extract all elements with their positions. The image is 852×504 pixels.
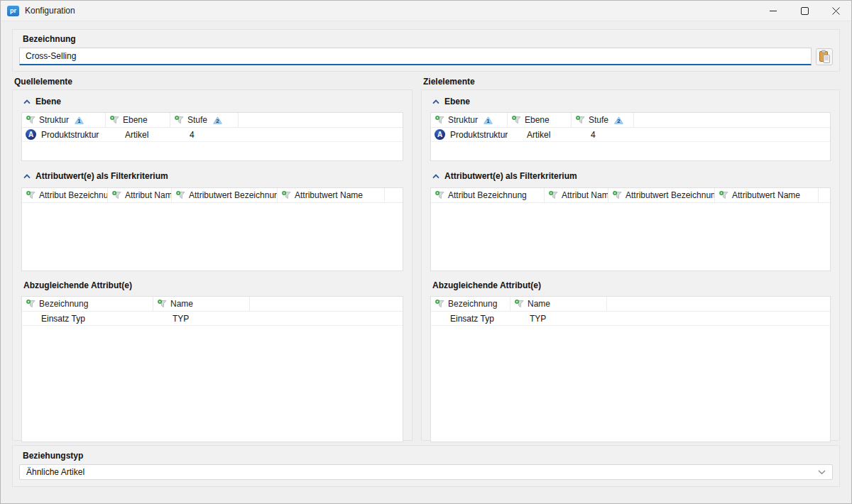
cell-stufe: 4: [572, 128, 634, 141]
clipboard-icon: [817, 50, 831, 64]
column-header-filler: [385, 188, 403, 202]
table-row[interactable]: A Produktstruktur Artikel 4: [431, 128, 830, 142]
filter-icon[interactable]: [512, 116, 521, 124]
column-header-name[interactable]: Name: [153, 297, 250, 311]
cell-bezeichnung: Einsatz Typ: [22, 312, 153, 325]
target-match-table: Bezeichnung Name Einsatz Typ TYP: [430, 296, 831, 442]
table-row[interactable]: Einsatz Typ TYP: [431, 312, 830, 326]
svg-text:1: 1: [486, 118, 490, 124]
filter-icon[interactable]: [112, 191, 121, 199]
column-header-struktur[interactable]: Struktur 1: [22, 113, 106, 127]
column-header-attribut-name[interactable]: Attribut Name: [545, 188, 608, 202]
column-header-stufe[interactable]: Stufe 2: [170, 113, 239, 127]
section-title: Ebene: [36, 97, 61, 106]
cell-struktur: A Produktstruktur: [22, 128, 106, 141]
column-header-filler: [239, 113, 403, 127]
column-header-ebene[interactable]: Ebene: [106, 113, 170, 127]
filter-icon[interactable]: [26, 300, 36, 308]
filter-icon[interactable]: [515, 300, 524, 308]
beziehungstyp-select[interactable]: Ähnliche Artikel: [19, 464, 833, 480]
cell-bezeichnung: Einsatz Typ: [431, 312, 510, 325]
column-header-filler: [819, 188, 830, 202]
target-filter-table: Attribut Bezeichnung Attribut Name Attri…: [430, 187, 831, 271]
chevron-down-icon: [818, 470, 826, 475]
column-header-attributwert-bezeichnung[interactable]: Attributwert Bezeichnung: [608, 188, 715, 202]
column-header-attributwert-name[interactable]: Attributwert Name: [715, 188, 819, 202]
titlebar[interactable]: pr Konfiguration: [1, 1, 851, 21]
target-match-attributes-label: Abzugleichende Attribut(e): [432, 280, 831, 290]
column-header-stufe[interactable]: Stufe 2: [572, 113, 634, 127]
column-header-bezeichnung[interactable]: Bezeichnung: [22, 297, 153, 311]
target-elements-column: Zielelemente Ebene Struktur 1: [421, 75, 840, 441]
column-header-bezeichnung[interactable]: Bezeichnung: [431, 297, 510, 311]
target-ebene-table: Struktur 1 Ebene Stufe: [430, 112, 831, 161]
minimize-button[interactable]: [758, 1, 789, 21]
filter-icon[interactable]: [175, 116, 184, 124]
filter-icon[interactable]: [435, 191, 444, 199]
close-icon: [832, 7, 840, 15]
minimize-icon: [770, 7, 777, 14]
bezeichnung-input[interactable]: [19, 48, 812, 65]
filter-icon[interactable]: [435, 300, 444, 308]
column-header-attributwert-bezeichnung[interactable]: Attributwert Bezeichnung: [172, 188, 278, 202]
filter-icon[interactable]: [549, 191, 558, 199]
cell-name: TYP: [153, 312, 250, 325]
filter-icon[interactable]: [176, 191, 185, 199]
section-title: Attributwert(e) als Filterkriterium: [444, 171, 577, 181]
source-filter-section-header[interactable]: Attributwert(e) als Filterkriterium: [23, 171, 403, 181]
filter-icon[interactable]: [719, 191, 728, 199]
column-header-filler: [250, 297, 403, 311]
collapse-icon: [432, 174, 439, 179]
target-filter-section-header[interactable]: Attributwert(e) als Filterkriterium: [432, 171, 831, 181]
source-ebene-table: Struktur 1 Ebene Stufe: [21, 112, 403, 161]
dialog-content: Bezeichnung Quellelemente Ebene: [1, 21, 851, 503]
filter-icon[interactable]: [110, 116, 119, 124]
column-header-struktur[interactable]: Struktur 1: [431, 113, 508, 127]
selected-value: Ähnliche Artikel: [26, 467, 84, 477]
source-elements-column: Quellelemente Ebene Struktur 1: [12, 75, 413, 441]
cell-ebene: Artikel: [508, 128, 572, 141]
column-header-ebene[interactable]: Ebene: [508, 113, 572, 127]
source-elements-title: Quellelemente: [14, 77, 413, 87]
filter-icon[interactable]: [282, 191, 291, 199]
source-match-attributes-label: Abzugleichende Attribut(e): [23, 280, 403, 290]
column-header-attributwert-name[interactable]: Attributwert Name: [278, 188, 385, 202]
column-header-filler: [634, 113, 830, 127]
table-row[interactable]: A Produktstruktur Artikel 4: [22, 128, 403, 142]
beziehungstyp-panel: Beziehungstyp Ähnliche Artikel: [12, 445, 840, 487]
filter-icon[interactable]: [576, 116, 585, 124]
paste-button[interactable]: [816, 48, 833, 65]
maximize-icon: [801, 7, 809, 15]
source-ebene-section-header[interactable]: Ebene: [23, 97, 403, 106]
bezeichnung-label: Bezeichnung: [23, 34, 833, 44]
close-button[interactable]: [820, 1, 851, 21]
svg-text:1: 1: [77, 118, 81, 124]
column-header-attribut-bezeichnung[interactable]: Attribut Bezeichnung: [431, 188, 545, 202]
source-filter-table: Attribut Bezeichnung Attribut Name Attri…: [21, 187, 403, 271]
collapse-icon: [432, 99, 439, 104]
column-header-attribut-bezeichnung[interactable]: Attribut Bezeichnung: [22, 188, 108, 202]
konfiguration-window: pr Konfiguration Bezeichnung: [0, 0, 852, 504]
section-title: Ebene: [444, 97, 470, 106]
filter-icon[interactable]: [158, 300, 167, 308]
filter-icon[interactable]: [435, 116, 444, 124]
structure-type-badge: A: [435, 129, 445, 140]
column-header-name[interactable]: Name: [510, 297, 607, 311]
column-header-attribut-name[interactable]: Attribut Name: [108, 188, 172, 202]
section-title: Attributwert(e) als Filterkriterium: [36, 171, 168, 181]
collapse-icon: [23, 99, 31, 104]
filter-icon[interactable]: [26, 116, 36, 124]
sort-ascending-icon: 1: [75, 116, 84, 124]
source-match-table: Bezeichnung Name Einsatz Typ TYP: [21, 296, 403, 442]
cell-stufe: 4: [170, 128, 239, 141]
filter-icon[interactable]: [613, 191, 622, 199]
source-panel: Ebene Struktur 1: [12, 89, 413, 441]
app-icon: pr: [7, 6, 19, 16]
beziehungstyp-label: Beziehungstyp: [23, 451, 833, 461]
filter-icon[interactable]: [26, 191, 36, 199]
sort-ascending-icon: 2: [213, 116, 222, 124]
table-row[interactable]: Einsatz Typ TYP: [22, 312, 403, 326]
target-ebene-section-header[interactable]: Ebene: [432, 97, 831, 106]
structure-type-badge: A: [26, 129, 36, 140]
maximize-button[interactable]: [789, 1, 820, 21]
